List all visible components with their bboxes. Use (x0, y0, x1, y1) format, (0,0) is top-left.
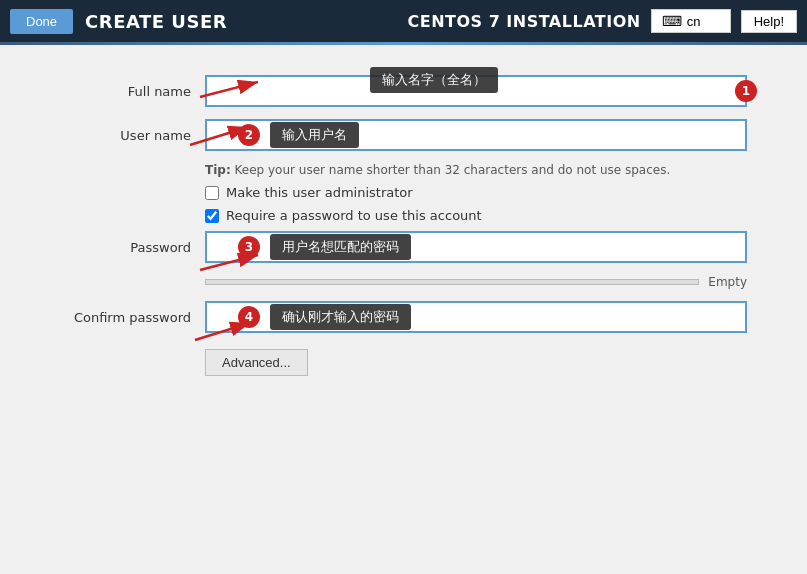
admin-checkbox-row: Make this user administrator (60, 185, 747, 200)
admin-checkbox[interactable] (205, 186, 219, 200)
tip-text: Tip: Keep your user name shorter than 32… (205, 163, 670, 177)
admin-checkbox-label[interactable]: Make this user administrator (226, 185, 413, 200)
confirm-label: Confirm password (60, 310, 205, 325)
fullname-input[interactable] (205, 75, 747, 107)
keyboard-label: cn (687, 14, 701, 29)
advanced-row: Advanced... (60, 349, 747, 376)
annotation-3: 3 (238, 236, 260, 258)
password-required-label[interactable]: Require a password to use this account (226, 208, 482, 223)
header-left: Done CREATE USER (10, 9, 227, 34)
centos-title: CENTOS 7 INSTALLATION (407, 12, 640, 31)
advanced-button[interactable]: Advanced... (205, 349, 308, 376)
annotation-2: 2 (238, 124, 260, 146)
strength-label: Empty (707, 275, 747, 289)
password-label: Password (60, 240, 205, 255)
annotation-4: 4 (238, 306, 260, 328)
main-content: Full name 1 输入名字（全名） User name 2 输入用户名 T… (0, 45, 807, 574)
username-row: User name 2 输入用户名 (60, 119, 747, 151)
header-right: CENTOS 7 INSTALLATION ⌨ cn Help! (407, 9, 797, 33)
password-row: Password 3 用户名想匹配的密码 (60, 231, 747, 263)
tip-label: Tip: (205, 163, 231, 177)
annotation-1: 1 (735, 80, 757, 102)
help-button[interactable]: Help! (741, 10, 797, 33)
tip-row: Tip: Keep your user name shorter than 32… (60, 163, 747, 177)
keyboard-button[interactable]: ⌨ cn (651, 9, 731, 33)
password-required-row: Require a password to use this account (60, 208, 747, 223)
done-button[interactable]: Done (10, 9, 73, 34)
fullname-label: Full name (60, 84, 205, 99)
password-required-checkbox[interactable] (205, 209, 219, 223)
tip-body: Keep your user name shorter than 32 char… (235, 163, 671, 177)
keyboard-icon: ⌨ (662, 13, 682, 29)
fullname-row: Full name 1 输入名字（全名） (60, 75, 747, 107)
username-label: User name (60, 128, 205, 143)
strength-bar (205, 279, 699, 285)
confirm-password-row: Confirm password 4 确认刚才输入的密码 (60, 301, 747, 333)
username-input[interactable] (205, 119, 747, 151)
header: Done CREATE USER CENTOS 7 INSTALLATION ⌨… (0, 0, 807, 42)
page-title: CREATE USER (85, 11, 227, 32)
strength-row: Empty (60, 275, 747, 289)
password-input[interactable] (205, 231, 747, 263)
confirm-input[interactable] (205, 301, 747, 333)
